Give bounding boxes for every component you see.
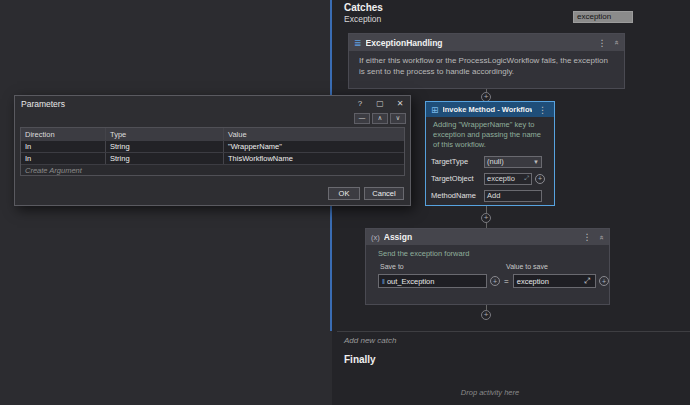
assign-icon: (x) <box>371 233 380 242</box>
exception-handling-description: If either this workflow or the ProcessLo… <box>349 51 624 83</box>
assign-annotation: Send the exception forward <box>366 245 609 261</box>
dialog-toolbar: — ∧ ∨ <box>15 111 410 126</box>
add-activity-button[interactable]: + <box>481 310 491 320</box>
table-header-row: Direction Type Value <box>21 128 404 140</box>
column-direction[interactable]: Direction <box>21 128 106 140</box>
cell-value[interactable]: ThisWorkflowName <box>224 153 404 164</box>
chevron-down-icon: ▼ <box>533 159 539 165</box>
add-activity-button[interactable]: + <box>481 213 491 223</box>
assign-title: Assign <box>384 232 577 242</box>
catches-heading: Catches <box>344 2 383 13</box>
dialog-titlebar[interactable]: Parameters ? ▢ ✕ <box>15 96 410 111</box>
save-to-input[interactable]: ‖ out_Exception <box>378 274 487 288</box>
expand-editor-icon[interactable]: ⤢ <box>524 175 529 182</box>
target-type-value: (null) <box>487 157 504 166</box>
exception-type-label: Exception <box>344 14 381 24</box>
expression-helper-button[interactable]: + <box>599 276 609 286</box>
target-object-input[interactable]: exceptio ⤢ <box>484 173 532 185</box>
finally-heading: Finally <box>344 354 376 365</box>
cell-type[interactable]: String <box>106 141 224 152</box>
target-object-value: exceptio <box>487 174 515 183</box>
method-name-row: MethodName Add <box>431 187 549 204</box>
cell-value[interactable]: "WrapperName" <box>224 141 404 152</box>
cell-direction[interactable]: In <box>21 141 106 152</box>
table-row[interactable]: In String ThisWorkflowName <box>21 152 404 164</box>
equals-sign: = <box>503 277 510 286</box>
move-down-button[interactable]: ∨ <box>390 113 406 124</box>
invoke-method-icon: ⊞ <box>431 105 439 115</box>
ok-button[interactable]: OK <box>328 187 360 200</box>
move-up-button[interactable]: ∧ <box>372 113 388 124</box>
collapse-icon[interactable]: » <box>596 234 605 240</box>
parameters-table: Direction Type Value In String "WrapperN… <box>20 127 405 176</box>
collapse-icon[interactable]: » <box>611 39 620 45</box>
help-button[interactable]: ? <box>350 96 370 111</box>
method-name-input[interactable]: Add <box>484 190 542 202</box>
maximize-button[interactable]: ▢ <box>370 96 390 111</box>
expression-helper-button[interactable]: + <box>490 276 500 286</box>
section-separator <box>337 331 690 332</box>
save-to-label: Save to <box>380 263 506 270</box>
value-to-save-value: exception <box>517 277 549 286</box>
parameters-dialog: Parameters ? ▢ ✕ — ∧ ∨ Direction Type Va… <box>14 95 411 206</box>
cancel-button[interactable]: Cancel <box>364 187 404 200</box>
exception-variable-field[interactable]: exception <box>573 11 633 23</box>
expand-editor-icon[interactable]: ⤢ <box>582 275 592 287</box>
value-to-save-label: Value to save <box>506 263 548 270</box>
target-object-row: TargetObject exceptio ⤢ + <box>431 170 549 187</box>
cell-type[interactable]: String <box>106 153 224 164</box>
table-row[interactable]: In String "WrapperName" <box>21 140 404 152</box>
invoke-method-title: Invoke Method - Workflowname <box>443 105 532 114</box>
method-name-label: MethodName <box>431 191 481 200</box>
menu-dots-icon[interactable]: ⋮ <box>596 38 609 48</box>
dialog-title: Parameters <box>15 99 350 109</box>
menu-dots-icon[interactable]: ⋮ <box>581 232 594 242</box>
variable-icon: ‖ <box>382 278 385 285</box>
invoke-method-header[interactable]: ⊞ Invoke Method - Workflowname ⋮ <box>426 102 554 117</box>
add-new-catch-link[interactable]: Add new catch <box>344 336 396 345</box>
target-type-dropdown[interactable]: (null) ▼ <box>484 156 542 168</box>
target-type-row: TargetType (null) ▼ <box>431 153 549 170</box>
column-type[interactable]: Type <box>106 128 224 140</box>
menu-dots-icon[interactable]: ⋮ <box>536 105 549 115</box>
exception-handling-title: ExceptionHandling <box>366 38 592 48</box>
target-object-label: TargetObject <box>431 174 481 183</box>
sequence-icon: ≣ <box>354 38 362 48</box>
cell-direction[interactable]: In <box>21 153 106 164</box>
invoke-method-annotation: Adding "WrapperName" key to exception an… <box>426 117 554 152</box>
assign-activity[interactable]: (x) Assign ⋮ » Send the exception forwar… <box>365 228 610 305</box>
expression-helper-button[interactable]: + <box>535 174 545 184</box>
drop-activity-hint[interactable]: Drop activity here <box>400 388 580 397</box>
method-name-value: Add <box>487 191 500 200</box>
value-to-save-input[interactable]: exception ⤢ <box>513 274 596 288</box>
assign-header[interactable]: (x) Assign ⋮ » <box>366 229 609 245</box>
exception-handling-header[interactable]: ≣ ExceptionHandling ⋮ » <box>349 34 624 51</box>
column-value[interactable]: Value <box>224 128 404 140</box>
exception-handling-activity[interactable]: ≣ ExceptionHandling ⋮ » If either this w… <box>348 33 625 89</box>
target-type-label: TargetType <box>431 157 481 166</box>
connector-line <box>486 206 487 213</box>
remove-argument-button[interactable]: — <box>354 113 370 124</box>
create-argument-row[interactable]: Create Argument <box>21 164 404 175</box>
save-to-value: out_Exception <box>387 277 435 286</box>
close-button[interactable]: ✕ <box>390 96 410 111</box>
invoke-method-activity[interactable]: ⊞ Invoke Method - Workflowname ⋮ Adding … <box>425 101 555 206</box>
